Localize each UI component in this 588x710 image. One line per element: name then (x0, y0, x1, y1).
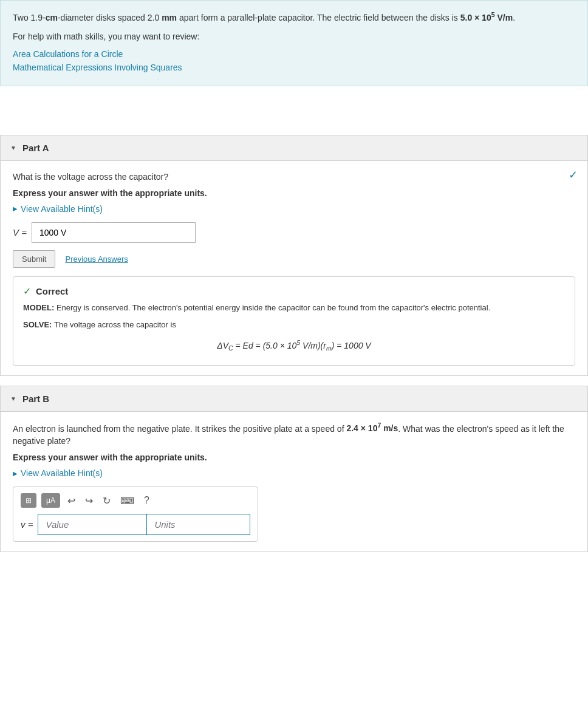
part-a-hint-link[interactable]: ▶ View Available Hint(s) (13, 204, 575, 214)
model-label: MODEL: (23, 303, 56, 312)
part-a-header[interactable]: ▼ Part A (1, 135, 587, 161)
keyboard-button[interactable]: ⌨ (118, 494, 137, 508)
grid-icon: ⊞ (26, 496, 32, 505)
model-description: Energy is conserved. The electron's pote… (56, 303, 490, 312)
redo-button[interactable]: ↪ (83, 494, 95, 508)
part-a-submit-button[interactable]: Submit (13, 250, 55, 268)
part-a-prev-answers-link[interactable]: Previous Answers (65, 254, 128, 264)
math-expressions-link[interactable]: Mathematical Expressions Involving Squar… (13, 63, 575, 72)
part-b-units-input[interactable] (147, 514, 250, 535)
widget-input-row: v = (21, 514, 250, 535)
help-button[interactable]: ? (142, 494, 152, 507)
help-text: For help with math skills, you may want … (13, 30, 575, 43)
part-b-arrow: ▼ (10, 395, 16, 402)
part-a-arrow: ▼ (10, 145, 16, 151)
problem-statement: Two 1.9-cm-diameter disks spaced 2.0 mm … (13, 10, 575, 24)
refresh-button[interactable]: ↻ (100, 494, 113, 508)
part-b-section: ▼ Part B An electron is launched from th… (0, 386, 588, 553)
part-b-content: An electron is launched from the negativ… (1, 412, 587, 552)
part-b-header[interactable]: ▼ Part B (1, 386, 587, 412)
solve-label: SOLVE: (23, 320, 54, 329)
mu-button[interactable]: μA (41, 493, 60, 508)
part-a-express: Express your answer with the appropriate… (13, 188, 575, 198)
correct-label: Correct (36, 286, 68, 296)
model-text: MODEL: Energy is conserved. The electron… (23, 302, 565, 315)
help-icon: ? (144, 495, 149, 505)
solve-description: The voltage across the capacitor is (54, 320, 176, 329)
correct-check-icon: ✓ (23, 285, 31, 297)
hint-arrow-icon: ▶ (13, 205, 18, 212)
part-a-question: What is the voltage across the capacitor… (13, 171, 575, 183)
refresh-icon: ↻ (103, 496, 111, 506)
part-b-question: An electron is launched from the negativ… (13, 422, 575, 448)
part-a-correct-header: ✓ Correct (23, 285, 565, 297)
keyboard-icon: ⌨ (120, 496, 134, 506)
redo-icon: ↪ (85, 496, 93, 506)
part-a-section: ▼ Part A ✓ What is the voltage across th… (0, 135, 588, 376)
part-a-check: ✓ (569, 168, 578, 182)
part-a-correct-box: ✓ Correct MODEL: Energy is conserved. Th… (13, 276, 575, 366)
part-b-widget-box: ⊞ μA ↩ ↪ ↻ ⌨ ? (13, 486, 258, 542)
problem-box: Two 1.9-cm-diameter disks spaced 2.0 mm … (0, 0, 588, 86)
part-b-hint-text: View Available Hint(s) (21, 468, 103, 478)
part-a-answer-row: V = (13, 222, 575, 243)
undo-button[interactable]: ↩ (65, 494, 78, 508)
part-b-hint-arrow-icon: ▶ (13, 470, 18, 477)
part-b-var: v = (21, 519, 33, 530)
part-a-submit-row: Submit Previous Answers (13, 250, 575, 268)
widget-toolbar: ⊞ μA ↩ ↪ ↻ ⌨ ? (21, 493, 250, 508)
area-calculations-link[interactable]: Area Calculations for a Circle (13, 49, 575, 59)
part-a-label: Part A (22, 143, 49, 153)
part-b-express: Express your answer with the appropriate… (13, 452, 575, 462)
part-a-var: V = (13, 227, 27, 237)
part-b-value-input[interactable] (38, 514, 147, 535)
solve-intro: SOLVE: The voltage across the capacitor … (23, 319, 565, 332)
mu-icon: μA (46, 496, 55, 505)
part-b-label: Part B (22, 394, 49, 404)
part-a-content: ✓ What is the voltage across the capacit… (1, 161, 587, 375)
undo-icon: ↩ (67, 496, 75, 506)
part-a-hint-text: View Available Hint(s) (21, 204, 103, 214)
grid-button[interactable]: ⊞ (21, 493, 36, 508)
part-b-hint-link[interactable]: ▶ View Available Hint(s) (13, 468, 575, 478)
formula-display: ΔVC = Ed = (5.0 × 105 V/m)(rm) = 1000 V (23, 338, 565, 353)
part-a-input[interactable] (32, 222, 196, 243)
part-a-correct-body: MODEL: Energy is conserved. The electron… (23, 302, 565, 354)
